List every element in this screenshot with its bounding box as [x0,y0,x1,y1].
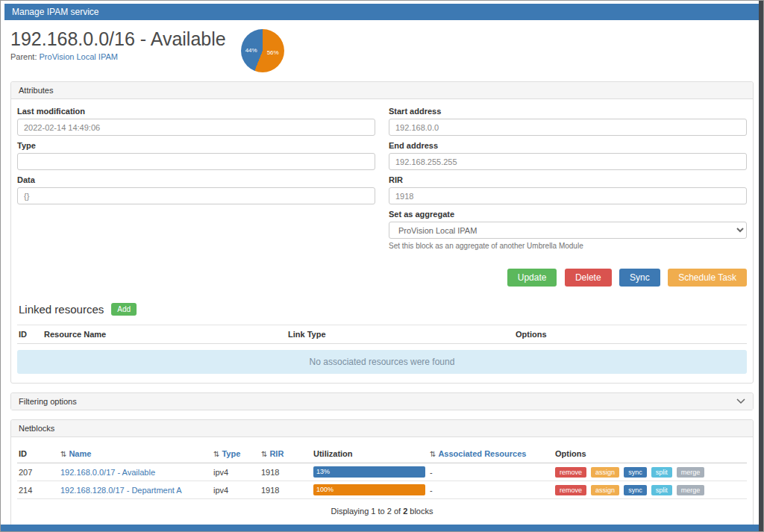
netblock-rir: 1918 [260,463,312,481]
schedule-task-button[interactable]: Schedule Task [668,269,747,287]
netblock-row: 214 192.168.128.0/17 - Department A ipv4… [17,481,747,499]
end-address-label: End address [389,141,747,150]
netblock-associated: - [428,463,554,481]
filtering-options-title: Filtering options [19,397,77,406]
add-linked-resource-button[interactable]: Add [111,303,137,316]
type-label: Type [17,141,375,150]
netblock-link[interactable]: 192.168.0.0/17 - Available [60,468,155,477]
netblocks-header-row: ID ⇅Name ⇅Type ⇅RIR Utilization [17,445,747,463]
footer-bar [1,525,763,531]
netblock-type: ipv4 [212,481,260,499]
linked-col-link-type: Link Type [286,325,514,344]
rir-input[interactable] [389,187,747,204]
utilization-bar: 13% [313,466,425,478]
linked-resources-table: ID Resource Name Link Type Options [17,325,747,344]
title-column: 192.168.0.0/16 - Available Parent: ProVi… [10,28,226,61]
linked-col-id: ID [17,325,43,344]
netblocks-col-type-label: Type [222,449,240,458]
start-address-label: Start address [389,107,747,116]
type-input[interactable] [17,153,375,170]
attributes-panel-body: Last modification Type Data [11,99,753,383]
attributes-panel: Attributes Last modification Type D [10,81,754,384]
filtering-options-heading[interactable]: Filtering options [11,393,753,410]
content: 192.168.0.0/16 - Available Parent: ProVi… [1,28,763,527]
netblock-name-cell: 192.168.0.0/17 - Available [59,463,212,481]
netblocks-panel: Netblocks ID ⇅Name ⇅Type [10,419,754,527]
netblock-options-cell: remove assign sync split merge [554,481,747,499]
aggregate-select[interactable]: ProVision Local IPAM [389,222,747,239]
netblocks-col-type[interactable]: ⇅Type [212,445,260,463]
data-input[interactable] [17,187,375,204]
parent-label: Parent: [10,52,37,61]
netblock-type: ipv4 [212,463,260,481]
remove-button[interactable]: remove [555,467,586,478]
parent-link[interactable]: ProVision Local IPAM [40,52,118,61]
linked-table-header-row: ID Resource Name Link Type Options [17,325,747,344]
field-rir: RIR [389,175,747,204]
merge-button[interactable]: merge [677,467,705,478]
netblock-link[interactable]: 192.168.128.0/17 - Department A [60,486,182,495]
app-title: Manage IPAM service [12,7,99,17]
netblocks-col-associated-label: Associated Resources [438,449,526,458]
netblocks-col-id: ID [17,445,59,463]
field-data: Data [17,175,375,204]
sync-button[interactable]: Sync [619,269,660,287]
data-label: Data [17,175,375,184]
netblock-id: 207 [17,463,59,481]
action-buttons-row: Update Delete Sync Schedule Task [17,269,747,287]
update-button[interactable]: Update [507,269,557,287]
pagination-summary: Displaying 1 to 2 of 2 blocks [17,507,747,517]
summary-suffix: blocks [407,507,433,516]
last-modification-label: Last modification [17,107,375,116]
split-button[interactable]: split [651,485,672,495]
field-last-modification: Last modification [17,107,375,136]
utilization-bar: 100% [313,484,425,495]
netblock-rir: 1918 [260,481,312,499]
linked-resources-header: Linked resources Add [17,303,747,316]
merge-button[interactable]: merge [677,485,705,495]
netblock-associated: - [428,481,554,499]
netblock-utilization-cell: 13% [312,463,428,481]
attributes-panel-heading: Attributes [11,82,753,99]
netblocks-col-rir[interactable]: ⇅RIR [260,445,312,463]
delete-button[interactable]: Delete [565,269,612,287]
start-address-input[interactable] [389,119,747,136]
rir-label: RIR [389,175,747,184]
block-header: 192.168.0.0/16 - Available Parent: ProVi… [10,28,754,72]
sort-icon: ⇅ [213,450,219,458]
chevron-down-icon [736,398,745,404]
netblocks-col-associated[interactable]: ⇅Associated Resources [428,445,554,463]
split-button[interactable]: split [651,467,672,478]
last-modification-input[interactable] [17,119,375,136]
linked-col-options: Options [514,325,747,344]
scrollbar[interactable] [759,1,763,531]
sort-icon: ⇅ [261,450,267,458]
sort-icon: ⇅ [430,450,436,458]
assign-button[interactable]: assign [591,467,619,478]
linked-resources-title: Linked resources [19,303,104,316]
field-end-address: End address [389,141,747,170]
end-address-input[interactable] [389,153,747,170]
form-column-right: Start address End address RIR Set a [389,107,747,255]
sync-row-button[interactable]: sync [624,485,647,495]
parent-line: Parent: ProVision Local IPAM [10,52,226,61]
summary-prefix: Displaying 1 to 2 of [331,507,404,516]
assign-button[interactable]: assign [591,485,619,495]
netblocks-col-name[interactable]: ⇅Name [59,445,212,463]
netblock-options-cell: remove assign sync split merge [554,463,747,481]
netblocks-panel-body: ID ⇅Name ⇅Type ⇅RIR Utilization [11,437,753,526]
netblock-id: 214 [17,481,59,499]
aggregate-label: Set as aggregate [389,210,747,219]
netblocks-panel-heading: Netblocks [11,420,753,437]
form-column-left: Last modification Type Data [17,107,375,255]
aggregate-help-text: Set this block as an aggregate of anothe… [389,242,747,250]
no-resources-alert: No associated resources were found [17,350,747,374]
remove-button[interactable]: remove [555,485,586,495]
netblocks-col-name-label: Name [69,449,91,458]
sync-row-button[interactable]: sync [624,467,647,478]
field-type: Type [17,141,375,170]
netblock-utilization-cell: 100% [312,481,428,499]
sort-icon: ⇅ [60,450,66,458]
netblock-row: 207 192.168.0.0/17 - Available ipv4 1918… [17,463,747,481]
utilization-pie-chart: 44% 56% [241,29,284,72]
